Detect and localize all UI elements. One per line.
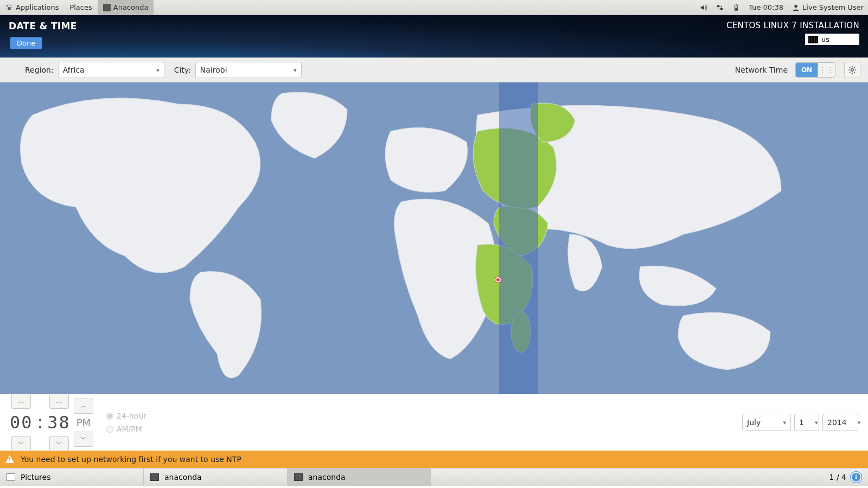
region-select[interactable]: Africa ▾ — [58, 62, 164, 78]
month-value: July — [747, 418, 761, 427]
clock[interactable]: Tue 00:38 — [744, 0, 788, 15]
user-menu[interactable]: Live System User — [788, 0, 868, 15]
svg-point-11 — [851, 69, 853, 71]
region-value: Africa — [63, 66, 85, 74]
selected-city-marker — [495, 277, 501, 282]
keyboard-layout-text: us — [821, 35, 829, 43]
page-title: DATE & TIME — [9, 21, 77, 31]
window-icon — [294, 473, 303, 481]
city-label: City: — [174, 66, 191, 74]
year-value: 2014 — [827, 418, 847, 427]
radio-24hour[interactable]: 24-hour — [106, 412, 146, 420]
places-label: Places — [69, 3, 92, 11]
window-icon — [150, 473, 159, 481]
anaconda-header: DATE & TIME Done CENTOS LINUX 7 INSTALLA… — [0, 15, 868, 57]
clock-text: Tue 00:38 — [749, 3, 783, 11]
chevron-down-icon: ▾ — [847, 419, 861, 426]
svg-line-17 — [854, 72, 856, 73]
date-selects: July▾ 1▾ 2014▾ — [742, 414, 858, 431]
active-app-indicator[interactable]: Anaconda — [98, 0, 154, 15]
toggle-on-label: ON — [796, 63, 818, 77]
hours-down-button[interactable]: ﹀ — [11, 436, 31, 451]
window-icon — [7, 473, 15, 481]
day-select[interactable]: 1▾ — [794, 414, 819, 431]
network-icon[interactable] — [712, 0, 728, 15]
hours-up-button[interactable]: ︿ — [11, 394, 31, 409]
region-bar: Region: Africa ▾ City: Nairobi ▾ Network… — [0, 57, 868, 82]
warning-icon — [5, 455, 14, 463]
city-value: Nairobi — [200, 66, 227, 74]
hours-value: 00 — [10, 412, 33, 433]
svg-point-3 — [8, 7, 11, 10]
selected-timezone-band — [499, 82, 538, 394]
workspace-text: 1 / 4 — [829, 473, 846, 481]
svg-rect-4 — [103, 4, 111, 11]
user-icon — [792, 4, 800, 11]
bottom-taskbar: Pictures anaconda anaconda 1 / 4 i — [0, 468, 868, 486]
volume-icon[interactable] — [695, 0, 712, 15]
places-menu[interactable]: Places — [64, 0, 97, 15]
timezone-map[interactable] — [0, 82, 868, 394]
gnome-top-panel: Applications Places Anaconda Tue 00:38 L… — [0, 0, 868, 15]
world-map-svg — [0, 82, 868, 394]
svg-line-16 — [850, 67, 851, 68]
network-time-settings-button[interactable] — [844, 62, 860, 78]
anaconda-app-icon — [103, 4, 111, 11]
svg-line-18 — [850, 72, 851, 73]
ampm-up-button[interactable]: ︿ — [74, 399, 93, 414]
network-time-toggle[interactable]: ON ⋮⋮ — [795, 62, 835, 78]
gear-icon — [848, 66, 857, 74]
workspace-indicator[interactable]: 1 / 4 i — [823, 468, 868, 486]
user-label: Live System User — [802, 3, 864, 11]
gnome-foot-icon — [5, 4, 13, 11]
chevron-down-icon: ▾ — [772, 419, 786, 426]
install-title: CENTOS LINUX 7 INSTALLATION — [726, 21, 859, 30]
svg-rect-5 — [717, 5, 719, 7]
chevron-down-icon: ▾ — [145, 67, 159, 74]
taskbar-item-anaconda-2[interactable]: anaconda — [288, 468, 431, 486]
region-label: Region: — [25, 66, 54, 74]
warning-bar: You need to set up networking first if y… — [0, 451, 868, 468]
taskbar-item-label: anaconda — [164, 473, 202, 481]
svg-rect-8 — [736, 4, 737, 5]
month-select[interactable]: July▾ — [742, 414, 791, 431]
battery-icon[interactable] — [728, 0, 744, 15]
svg-rect-6 — [720, 8, 723, 10]
minutes-down-button[interactable]: ﹀ — [49, 436, 69, 451]
city-select[interactable]: Nairobi ▾ — [195, 62, 302, 78]
keyboard-layout-indicator[interactable]: us — [805, 34, 859, 45]
chevron-down-icon: ▾ — [283, 67, 297, 74]
taskbar-item-label: Pictures — [21, 473, 50, 481]
applications-label: Applications — [16, 3, 59, 11]
taskbar-item-label: anaconda — [308, 473, 346, 481]
minutes-up-button[interactable]: ︿ — [49, 394, 69, 409]
time-date-row: ︿ 00 ﹀ : ︿ 38 ﹀ ︿ PM ﹀ 24-hour AM/PM Jul… — [0, 394, 868, 451]
network-time-label: Network Time — [735, 66, 788, 74]
taskbar-item-pictures[interactable]: Pictures — [0, 468, 144, 486]
active-app-label: Anaconda — [113, 3, 149, 11]
done-button[interactable]: Done — [10, 37, 42, 49]
minutes-value: 38 — [47, 412, 71, 433]
year-select[interactable]: 2014▾ — [822, 414, 858, 431]
applications-menu[interactable]: Applications — [0, 0, 64, 15]
svg-point-0 — [7, 4, 9, 7]
svg-line-19 — [854, 67, 856, 68]
radio-24hour-label: 24-hour — [117, 412, 146, 420]
warning-text: You need to set up networking first if y… — [21, 455, 241, 464]
taskbar-item-anaconda-1[interactable]: anaconda — [144, 468, 288, 486]
svg-point-1 — [10, 4, 11, 5]
svg-rect-9 — [736, 8, 738, 10]
toggle-knob: ⋮⋮ — [818, 63, 835, 77]
time-format-radios: 24-hour AM/PM — [106, 412, 146, 433]
day-value: 1 — [799, 418, 804, 427]
time-block: ︿ 00 ﹀ : ︿ 38 ﹀ ︿ PM ﹀ 24-hour AM/PM — [10, 394, 146, 451]
radio-ampm[interactable]: AM/PM — [106, 425, 146, 433]
svg-point-2 — [11, 6, 12, 7]
ampm-down-button[interactable]: ﹀ — [74, 432, 93, 447]
keyboard-icon — [808, 36, 818, 43]
ampm-value: PM — [76, 417, 91, 428]
svg-point-10 — [794, 4, 797, 7]
workspace-badge-icon: i — [851, 472, 861, 483]
time-colon: : — [36, 412, 44, 433]
radio-ampm-label: AM/PM — [117, 425, 142, 433]
